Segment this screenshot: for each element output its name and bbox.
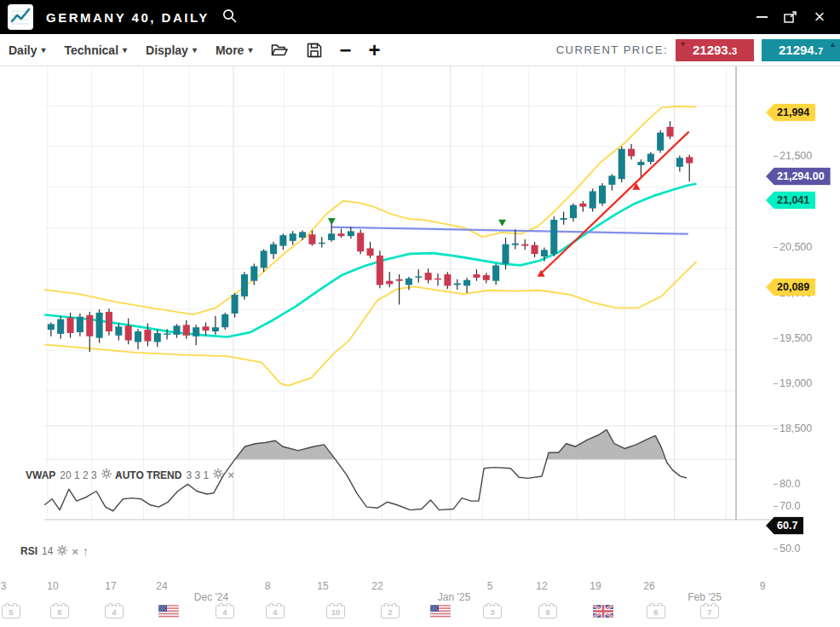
display-menu[interactable]: Display▾ (146, 43, 197, 57)
candle-body (367, 248, 374, 256)
candle-body (279, 235, 286, 245)
zoom-out-button[interactable]: − (339, 42, 351, 59)
calendar-event-icon[interactable]: 4 (105, 605, 124, 618)
x-axis-label: 5 (487, 580, 493, 592)
calendar-event-icon[interactable]: 8 (50, 605, 69, 618)
candle-body (512, 244, 519, 245)
candle-body (337, 233, 344, 236)
x-axis-label: Jan '25 (438, 591, 470, 603)
minimize-button[interactable] (751, 7, 772, 27)
candle-body (232, 295, 239, 314)
calendar-event-icon[interactable]: 9 (538, 605, 557, 618)
candle-body (590, 191, 596, 208)
calendar-event-icon[interactable]: 4 (266, 605, 285, 618)
candle-body (666, 127, 673, 136)
candle-body (608, 175, 615, 185)
timeframe-menu[interactable]: Daily▾ (9, 43, 46, 57)
arrow-up-icon: ▲ (829, 40, 837, 49)
x-axis-label: 17 (105, 580, 116, 592)
calendar-event-icon[interactable]: 10 (326, 605, 345, 618)
candle-body (328, 233, 335, 240)
candle-body (57, 319, 64, 334)
chart-title: GERMANY 40, DAILY (46, 10, 210, 25)
candle-body (222, 314, 228, 327)
y-axis-label: 20,500 (780, 241, 812, 253)
zoom-in-button[interactable]: + (368, 42, 380, 59)
technical-menu[interactable]: Technical▾ (65, 43, 128, 57)
sell-price-button[interactable]: ▼21293.3 (676, 39, 754, 61)
close-icon[interactable]: × (227, 469, 234, 481)
candle-body (386, 281, 393, 285)
y-axis-label: 80.0 (780, 478, 800, 490)
upper-band-badge: 21,994 (766, 104, 815, 122)
open-folder-icon[interactable] (271, 43, 288, 57)
calendar-event-icon[interactable]: 6 (647, 605, 665, 618)
y-axis-label: 19,000 (780, 377, 812, 389)
candle-body (454, 284, 461, 285)
buy-price-button[interactable]: ▲21294.7 (762, 39, 840, 61)
candle-body (483, 275, 490, 280)
rsi-indicator-label: RSI 14 × ↑ (20, 544, 89, 558)
candle-body (502, 244, 509, 264)
close-icon[interactable]: × (72, 545, 78, 558)
candle-body (299, 232, 306, 238)
app-logo-icon (8, 4, 33, 30)
last-price-badge: 21,294.00 (766, 168, 831, 186)
candle-body (473, 274, 480, 278)
candle-body (425, 273, 432, 280)
candle-body (647, 153, 654, 162)
candle-body (463, 280, 470, 286)
gear-icon[interactable] (213, 469, 223, 481)
uk-flag-icon[interactable] (593, 605, 613, 621)
candle-body (532, 245, 538, 255)
candle-body (348, 231, 354, 236)
us-flag-icon[interactable] (430, 605, 451, 621)
arrow-down-icon: ▼ (679, 40, 687, 49)
calendar-event-icon[interactable]: 3 (483, 605, 502, 618)
window-controls: × (751, 7, 830, 27)
candle-body (202, 326, 209, 331)
title-bar: GERMANY 40, DAILY × (0, 0, 840, 34)
vwap-line (44, 184, 696, 337)
gear-icon[interactable] (101, 469, 112, 481)
calendar-event-icon[interactable]: 4 (216, 605, 234, 618)
save-icon[interactable] (307, 43, 322, 58)
current-price-panel: CURRENT PRICE: ▼21293.3 ▲21294.7 (556, 39, 840, 61)
calendar-event-icon[interactable]: 7 (700, 605, 719, 618)
candle-body (492, 266, 499, 281)
candle-body (250, 266, 257, 280)
candle-body (676, 158, 683, 167)
toolbar: Daily▾ Technical▾ Display▾ More▾ − + CUR… (0, 34, 840, 66)
gear-icon[interactable] (57, 545, 67, 558)
candle-body (144, 330, 151, 341)
candle-body (357, 233, 364, 251)
swing-high-marker (328, 218, 336, 225)
popout-button[interactable] (780, 7, 801, 27)
x-axis-label: Feb '25 (688, 591, 722, 603)
calendar-event-icon[interactable]: 5 (2, 605, 20, 618)
candle-body (290, 233, 296, 241)
candle-body (686, 157, 693, 163)
y-axis-label: 21,500 (780, 150, 812, 162)
us-flag-icon[interactable] (158, 605, 179, 621)
close-button[interactable]: × (809, 7, 830, 27)
more-menu[interactable]: More▾ (216, 43, 252, 57)
candle-body (125, 325, 132, 340)
candle-body (434, 279, 441, 279)
x-axis-label: 3 (1, 580, 7, 592)
candle-body (628, 149, 635, 157)
main-chart-svg[interactable] (0, 66, 840, 627)
candle-body (154, 333, 161, 342)
candle-body (86, 315, 93, 337)
candle-body (637, 162, 644, 165)
search-icon[interactable] (222, 8, 238, 27)
candle-body (48, 324, 55, 330)
x-axis-label: 15 (317, 580, 328, 592)
x-axis-label: Dec '24 (194, 591, 228, 603)
candle-body (319, 243, 325, 244)
minimize-icon (757, 16, 768, 18)
popout-icon (783, 9, 798, 25)
y-axis-label: 50.0 (780, 543, 800, 555)
move-pane-up-icon[interactable]: ↑ (83, 544, 89, 558)
calendar-event-icon[interactable]: 2 (381, 605, 400, 618)
